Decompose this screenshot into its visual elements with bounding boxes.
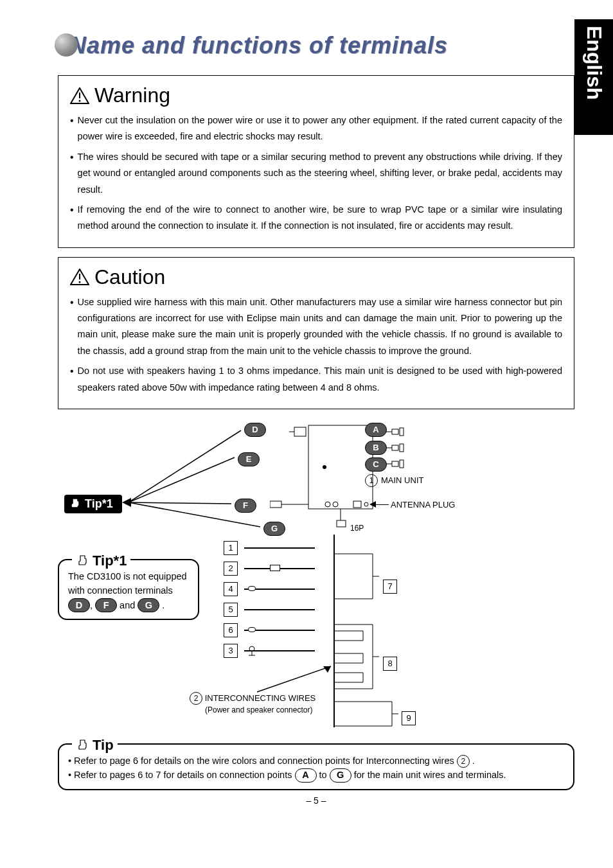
arrow-left-icon bbox=[369, 501, 376, 508]
warning-item: If removing the end of the wire to conne… bbox=[70, 202, 562, 235]
tip1-legend: Tip*1 bbox=[72, 550, 130, 572]
caution-heading-text: Caution bbox=[94, 265, 165, 289]
wire-5: 5 bbox=[224, 603, 238, 617]
svg-point-5 bbox=[79, 281, 81, 283]
title-bullet-icon bbox=[55, 33, 78, 57]
svg-line-28 bbox=[129, 430, 241, 502]
warning-heading-text: Warning bbox=[94, 84, 170, 107]
pointing-hand-icon bbox=[76, 739, 89, 752]
antenna-plug-label: ANTENNA PLUG bbox=[391, 500, 455, 509]
svg-rect-14 bbox=[392, 461, 398, 466]
svg-rect-9 bbox=[400, 428, 404, 436]
warning-item: The wires should be secured with tape or… bbox=[70, 149, 562, 198]
caution-box: Caution Use supplied wire harness with t… bbox=[58, 257, 574, 409]
wire-6: 6 bbox=[224, 623, 238, 637]
svg-line-46 bbox=[257, 666, 331, 692]
svg-rect-6 bbox=[308, 425, 373, 509]
terminal-c-label: C bbox=[365, 457, 387, 472]
tip-bottom-box: Tip • Refer to page 6 for details on the… bbox=[58, 743, 574, 790]
svg-point-2 bbox=[79, 100, 81, 102]
tip1-badge-text: Tip*1 bbox=[85, 497, 113, 511]
warning-list: Never cut the insulation on the power wi… bbox=[70, 112, 562, 235]
pointing-hand-icon bbox=[69, 498, 81, 509]
tip-bottom-legend-text: Tip bbox=[93, 734, 114, 756]
svg-rect-16 bbox=[294, 427, 306, 436]
svg-marker-47 bbox=[323, 666, 331, 673]
wire-1: 1 bbox=[224, 541, 238, 555]
page-content: Name and functions of terminals Warning … bbox=[0, 0, 613, 825]
svg-rect-19 bbox=[270, 501, 281, 508]
svg-line-30 bbox=[129, 502, 231, 504]
terminal-d-ref: D bbox=[68, 598, 90, 612]
caution-heading: Caution bbox=[70, 265, 562, 289]
wire-numbers: 1 2 4 5 6 3 bbox=[224, 541, 315, 664]
svg-marker-32 bbox=[122, 498, 131, 507]
svg-rect-11 bbox=[392, 445, 398, 450]
tip1-badge: Tip*1 bbox=[64, 495, 122, 513]
warning-triangle-icon bbox=[70, 87, 89, 104]
tip-bottom-legend: Tip bbox=[72, 734, 118, 756]
page-title: Name and functions of terminals bbox=[58, 32, 574, 59]
caution-list: Use supplied wire harness with this main… bbox=[70, 294, 562, 396]
svg-marker-27 bbox=[369, 501, 376, 508]
tip1-text: The CD3100 is not equipped with connecti… bbox=[68, 571, 187, 610]
caution-item: Use supplied wire harness with this main… bbox=[70, 294, 562, 360]
terminal-g-ref: G bbox=[138, 598, 159, 612]
svg-line-29 bbox=[129, 457, 235, 502]
caution-triangle-icon bbox=[70, 269, 89, 285]
svg-point-24 bbox=[364, 502, 368, 506]
wire-4: 4 bbox=[224, 582, 238, 596]
terminal-g-ref2: G bbox=[330, 768, 351, 783]
pointing-hand-icon bbox=[76, 554, 89, 567]
terminal-a-label: A bbox=[365, 423, 387, 437]
svg-line-31 bbox=[129, 502, 260, 527]
tip1-box: Tip*1 The CD3100 is not equipped with co… bbox=[58, 559, 199, 620]
svg-rect-8 bbox=[392, 429, 398, 434]
svg-point-21 bbox=[325, 502, 330, 507]
connector-16p-label: 16P bbox=[350, 524, 364, 533]
warning-box: Warning Never cut the insulation on the … bbox=[58, 75, 574, 248]
tip-bottom-line2: • Refer to pages 6 to 7 for details on c… bbox=[68, 768, 564, 782]
wiring-diagram: D A B C E F G 1 MAIN UNIT ANTENNA PLUG 1… bbox=[58, 419, 574, 740]
circled-1: 1 bbox=[365, 474, 378, 487]
tip-bottom-line1: • Refer to page 6 for details on the wir… bbox=[68, 754, 564, 768]
svg-rect-15 bbox=[400, 460, 404, 468]
circled-2: 2 bbox=[190, 692, 202, 705]
interconnecting-label: 2 INTERCONNECTING WIRES (Power and speak… bbox=[190, 692, 315, 714]
svg-point-22 bbox=[333, 502, 338, 507]
caution-item: Do not use with speakers having 1 to 3 o… bbox=[70, 363, 562, 396]
tip1-connector-lines bbox=[122, 425, 270, 535]
warning-item: Never cut the insulation on the power wi… bbox=[70, 112, 562, 145]
terminal-a-ref: A bbox=[295, 768, 317, 783]
svg-rect-26 bbox=[337, 520, 346, 527]
svg-point-18 bbox=[323, 465, 326, 469]
svg-rect-12 bbox=[400, 444, 404, 452]
circled-2-ref: 2 bbox=[457, 755, 470, 768]
warning-heading: Warning bbox=[70, 84, 562, 107]
page-number: – 5 – bbox=[58, 795, 574, 806]
svg-point-33 bbox=[249, 646, 254, 651]
tip1-legend-text: Tip*1 bbox=[93, 550, 127, 572]
interconnecting-arrow bbox=[251, 663, 341, 695]
main-unit-label: MAIN UNIT bbox=[381, 475, 423, 485]
svg-rect-23 bbox=[353, 501, 361, 508]
bracket-lines bbox=[315, 535, 411, 727]
terminal-b-label: B bbox=[365, 441, 387, 455]
page-title-wrap: Name and functions of terminals bbox=[58, 32, 574, 59]
terminal-f-ref: F bbox=[95, 598, 117, 612]
wire-3: 3 bbox=[224, 644, 238, 658]
wire-2: 2 bbox=[224, 562, 238, 576]
tip1-badge-wrap: Tip*1 bbox=[64, 495, 122, 513]
